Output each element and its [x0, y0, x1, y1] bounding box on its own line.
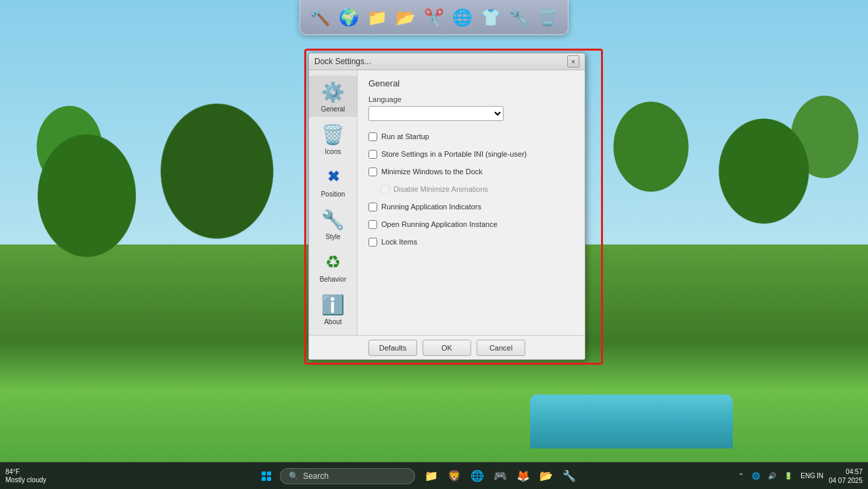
checkbox-run-startup: Run at Startup	[368, 130, 574, 143]
section-title: General	[368, 78, 574, 88]
checkbox-store-settings: Store Settings in a Portable INI (single…	[368, 148, 574, 160]
behavior-icon: ♻	[321, 250, 345, 274]
running-indicators-label: Running Application Indicators	[381, 203, 481, 211]
run-startup-checkbox[interactable]	[368, 132, 377, 141]
taskbar-explorer-icon[interactable]: 📁	[422, 467, 441, 486]
ok-button[interactable]: OK	[423, 340, 471, 356]
checkbox-disable-anim: Disable Minimize Animations	[381, 183, 574, 195]
cancel-button[interactable]: Cancel	[477, 340, 525, 356]
tray-chevron[interactable]: ⌃	[736, 471, 746, 481]
minimize-dock-label: Minimize Windows to the Dock	[381, 168, 483, 176]
win-logo-sq3	[262, 477, 266, 481]
checkbox-running-indicators: Running Application Indicators	[368, 201, 574, 213]
nav-item-position[interactable]: ✖ Position	[309, 161, 357, 202]
dock-scissors-icon[interactable]: ✂️	[420, 4, 448, 31]
nav-item-behavior[interactable]: ♻ Behavior	[309, 246, 357, 287]
dialog-footer: Defaults OK Cancel	[309, 335, 585, 359]
dock-web-icon[interactable]: 🌍	[335, 4, 362, 31]
language-select[interactable]: English French German Spanish	[368, 106, 504, 121]
disable-anim-label: Disable Minimize Animations	[393, 185, 488, 193]
nav-item-general[interactable]: ⚙️ General	[309, 76, 357, 117]
minimize-dock-checkbox[interactable]	[368, 168, 377, 176]
nav-label-position: Position	[321, 190, 345, 198]
taskbar-xbox-icon[interactable]: 🎮	[491, 467, 510, 486]
system-tray: ⌃ 🌐 🔊 🔋 ENG IN 04:57 04 07 2025	[736, 467, 863, 485]
dock-folder-icon[interactable]: 📁	[364, 4, 391, 31]
taskbar-folder-icon[interactable]: 📂	[537, 467, 556, 486]
lock-items-checkbox[interactable]	[368, 238, 377, 247]
taskbar-icons: 📁 🦁 🌐 🎮 🦊 📂 🔧	[418, 467, 583, 486]
checkbox-open-running: Open Running Application Instance	[368, 218, 574, 230]
clock[interactable]: 04:57 04 07 2025	[829, 467, 863, 485]
nav-label-about: About	[324, 318, 341, 326]
language-dropdown-wrapper: English French German Spanish	[368, 106, 504, 121]
taskbar-center: 🔍 Search 📁 🦁 🌐 🎮 🦊 📂 🔧	[108, 465, 730, 487]
dock-wrench-icon[interactable]: 🔧	[506, 4, 533, 31]
store-settings-checkbox[interactable]	[368, 150, 377, 159]
taskbar-brave-icon[interactable]: 🦁	[445, 467, 464, 486]
dialog-close-button[interactable]: ×	[567, 55, 579, 68]
language-label: Language	[368, 95, 574, 103]
run-startup-label: Run at Startup	[381, 132, 429, 140]
about-icon: ℹ️	[321, 292, 345, 317]
search-bar[interactable]: 🔍 Search	[280, 468, 415, 484]
taskbar-tool-icon[interactable]: 🔧	[560, 467, 579, 486]
lang-label: ENG	[800, 472, 815, 480]
desktop: 🔨 🌍 📁 📂 ✂️ 🌐 👕 🔧 🗑️ Dock Settings... × ⚙…	[0, 0, 868, 489]
tray-network[interactable]: 🌐	[749, 471, 763, 481]
win-logo-sq2	[267, 471, 271, 475]
tray-battery[interactable]: 🔋	[781, 471, 795, 481]
win-logo-sq4	[267, 477, 271, 481]
dock-trash-icon[interactable]: 🗑️	[534, 4, 561, 31]
search-label: Search	[303, 471, 329, 481]
general-icon: ⚙️	[321, 80, 345, 104]
dialog-sidebar: ⚙️ General 🗑️ Icons ✖ Position 🔧 Style ♻	[309, 70, 358, 335]
nav-item-style[interactable]: 🔧 Style	[309, 203, 357, 244]
clock-time: 04:57	[846, 467, 863, 476]
disable-anim-checkbox[interactable]	[381, 185, 389, 194]
clock-date: 04 07 2025	[829, 476, 863, 485]
dock-shirt-icon[interactable]: 👕	[477, 4, 504, 31]
windows-logo	[262, 471, 271, 481]
running-indicators-checkbox[interactable]	[368, 203, 377, 211]
start-button[interactable]	[256, 465, 277, 487]
dock-folder2-icon[interactable]: 📂	[392, 4, 419, 31]
tray-volume[interactable]: 🔊	[765, 471, 779, 481]
icons-icon: 🗑️	[321, 122, 345, 147]
style-icon: 🔧	[321, 207, 345, 232]
bg-water	[530, 394, 733, 448]
store-settings-label: Store Settings in a Portable INI (single…	[381, 150, 527, 158]
top-dock: 🔨 🌍 📁 📂 ✂️ 🌐 👕 🔧 🗑️	[299, 0, 569, 35]
open-running-label: Open Running Application Instance	[381, 220, 498, 228]
win-logo-sq1	[262, 471, 266, 475]
dialog-titlebar: Dock Settings... ×	[309, 53, 585, 70]
open-running-checkbox[interactable]	[368, 220, 377, 229]
dialog-body: ⚙️ General 🗑️ Icons ✖ Position 🔧 Style ♻	[309, 70, 585, 335]
weather-desc: Mostly cloudy	[5, 476, 47, 484]
position-icon: ✖	[321, 165, 345, 189]
nav-label-icons: Icons	[325, 148, 341, 155]
dialog-main-content: General Language English French German S…	[358, 70, 585, 335]
search-icon: 🔍	[289, 471, 299, 481]
taskbar-left: 84°F Mostly cloudy	[0, 468, 108, 484]
defaults-button[interactable]: Defaults	[368, 340, 417, 356]
dock-settings-dialog: Dock Settings... × ⚙️ General 🗑️ Icons ✖…	[308, 53, 585, 360]
tray-lang[interactable]: ENG IN	[798, 471, 826, 481]
dialog-title: Dock Settings...	[314, 57, 371, 66]
nav-label-behavior: Behavior	[320, 276, 346, 283]
taskbar-firefox-icon[interactable]: 🦊	[514, 467, 533, 486]
taskbar-chrome-icon[interactable]: 🌐	[468, 467, 487, 486]
checkbox-minimize-dock: Minimize Windows to the Dock	[368, 165, 574, 178]
nav-label-general: General	[321, 105, 345, 113]
taskbar: 84°F Mostly cloudy 🔍 Search 📁 🦁	[0, 462, 868, 489]
nav-item-about[interactable]: ℹ️ About	[309, 288, 357, 330]
nav-label-style: Style	[325, 233, 340, 240]
dock-globe-icon[interactable]: 🌐	[449, 4, 476, 31]
checkbox-lock-items: Lock Items	[368, 236, 574, 248]
lock-items-label: Lock Items	[381, 238, 417, 246]
dock-tool-icon[interactable]: 🔨	[307, 4, 334, 31]
taskbar-right: ⌃ 🌐 🔊 🔋 ENG IN 04:57 04 07 2025	[730, 467, 868, 485]
weather-temp: 84°F	[5, 468, 47, 476]
nav-item-icons[interactable]: 🗑️ Icons	[309, 118, 357, 159]
weather-info: 84°F Mostly cloudy	[5, 468, 47, 484]
